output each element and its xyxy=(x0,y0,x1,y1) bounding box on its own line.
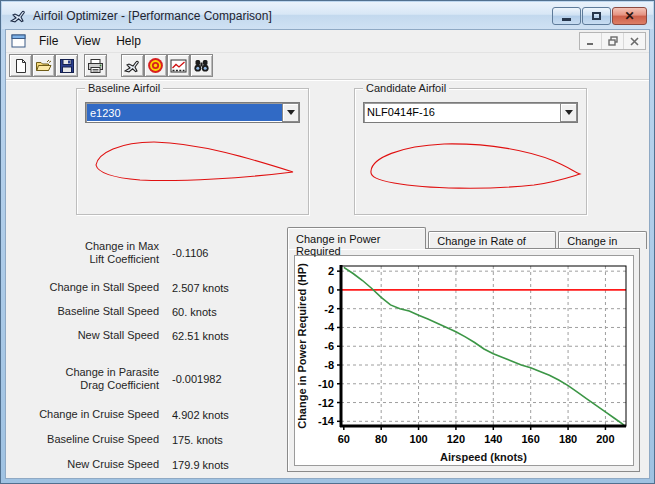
tab-change-in-drag[interactable]: Change in Drag xyxy=(558,231,647,249)
stat-row: Change in Max Lift Coefficient -0.1106 xyxy=(31,239,296,267)
stat-label: Change in Parasite Drag Coefficient xyxy=(31,366,159,392)
svg-text:120: 120 xyxy=(447,433,465,445)
svg-text:0: 0 xyxy=(328,284,334,296)
menu-view[interactable]: View xyxy=(66,31,108,51)
window-title: Airfoil Optimizer - [Performance Compari… xyxy=(33,9,272,23)
stat-row: New Stall Speed 62.51 knots xyxy=(31,329,296,342)
svg-text:Change in Power Required (HP): Change in Power Required (HP) xyxy=(296,263,308,429)
stat-value: 60. knots xyxy=(172,306,217,318)
chevron-down-icon xyxy=(287,110,295,115)
mdi-document-icon[interactable] xyxy=(11,34,27,49)
baseline-dropdown-button[interactable] xyxy=(282,103,299,122)
tab-change-in-rate-of-climb[interactable]: Change in Rate of Climb xyxy=(428,231,556,249)
baseline-group-label: Baseline Airfoil xyxy=(85,82,163,94)
stat-value: 2.507 knots xyxy=(172,282,229,294)
stat-label: Change in Stall Speed xyxy=(31,281,159,294)
stat-row: Change in Cruise Speed 4.902 knots xyxy=(31,408,296,421)
close-button[interactable]: ✕ xyxy=(612,7,647,25)
menu-bar: File View Help xyxy=(6,30,649,53)
save-file-icon xyxy=(59,58,75,74)
svg-text:-2: -2 xyxy=(324,303,334,315)
candidate-selected-value: NLF0414F-16 xyxy=(364,103,560,122)
svg-text:2: 2 xyxy=(328,265,334,277)
save-button[interactable] xyxy=(55,54,78,77)
svg-text:80: 80 xyxy=(375,433,387,445)
performance-chart-icon xyxy=(170,58,187,74)
candidate-dropdown-button[interactable] xyxy=(560,103,577,122)
power-required-tabpage: 608010012014016018020020-2-4-6-8-10-12-1… xyxy=(287,248,640,472)
baseline-selected-value: e1230 xyxy=(87,104,282,121)
open-button[interactable] xyxy=(32,54,55,77)
svg-text:160: 160 xyxy=(522,433,540,445)
svg-text:-4: -4 xyxy=(324,321,335,333)
toolbar xyxy=(6,52,649,80)
open-file-icon xyxy=(35,58,52,74)
power-chart: 608010012014016018020020-2-4-6-8-10-12-1… xyxy=(295,256,633,465)
minimize-icon xyxy=(562,18,571,21)
restore-icon xyxy=(592,12,601,20)
print-icon xyxy=(87,58,104,74)
svg-text:60: 60 xyxy=(338,433,350,445)
stat-row: Baseline Cruise Speed 175. knots xyxy=(31,433,296,446)
mdi-restore-icon xyxy=(608,36,618,46)
mdi-minimize-button[interactable] xyxy=(580,33,601,49)
print-button[interactable] xyxy=(84,54,107,77)
title-bar[interactable]: Airfoil Optimizer - [Performance Compari… xyxy=(2,2,653,29)
svg-text:-10: -10 xyxy=(318,378,334,390)
baseline-airfoil-select[interactable]: e1230 xyxy=(85,102,300,123)
svg-text:Airspeed (knots): Airspeed (knots) xyxy=(440,451,527,463)
svg-text:-12: -12 xyxy=(318,397,334,409)
target-icon xyxy=(147,57,164,74)
mdi-minimize-icon xyxy=(586,37,595,46)
candidate-group-label: Candidate Airfoil xyxy=(363,82,449,94)
stat-value: 175. knots xyxy=(172,434,223,446)
airfoil-button[interactable] xyxy=(121,54,144,77)
tab-change-in-power-required[interactable]: Change in Power Required xyxy=(287,227,426,249)
candidate-airfoil-select[interactable]: NLF0414F-16 xyxy=(363,102,578,123)
stat-label: New Stall Speed xyxy=(31,329,159,342)
stat-label: Baseline Stall Speed xyxy=(31,305,159,318)
chart-panel: 608010012014016018020020-2-4-6-8-10-12-1… xyxy=(294,255,634,466)
stat-label: Baseline Cruise Speed xyxy=(31,433,159,446)
optimize-button[interactable] xyxy=(144,54,167,77)
stat-label: Change in Cruise Speed xyxy=(31,408,159,421)
airplane-icon xyxy=(124,58,141,74)
restore-button[interactable] xyxy=(582,7,611,25)
find-button[interactable] xyxy=(190,54,213,77)
stat-value: -0.1106 xyxy=(172,247,209,259)
app-airplane-icon xyxy=(10,8,27,24)
performance-stats: Change in Max Lift Coefficient -0.1106 C… xyxy=(31,239,296,484)
svg-text:-6: -6 xyxy=(324,340,334,352)
svg-text:180: 180 xyxy=(559,433,577,445)
chevron-down-icon xyxy=(565,110,573,115)
new-document-icon xyxy=(13,58,29,74)
svg-text:-8: -8 xyxy=(324,359,334,371)
minimize-button[interactable] xyxy=(552,7,581,25)
stat-value: 62.51 knots xyxy=(172,330,229,342)
binoculars-icon xyxy=(193,58,210,74)
client-area: File View Help xyxy=(5,29,650,479)
svg-text:100: 100 xyxy=(409,433,427,445)
mdi-close-icon xyxy=(630,37,639,46)
stat-value: -0.001982 xyxy=(172,373,222,385)
menu-file[interactable]: File xyxy=(31,31,66,51)
stat-label: Change in Max Lift Coefficient xyxy=(31,240,159,266)
mdi-restore-button[interactable] xyxy=(601,33,623,49)
candidate-airfoil-group: Candidate Airfoil NLF0414F-16 xyxy=(354,88,587,215)
menu-help[interactable]: Help xyxy=(108,31,149,51)
stat-value: 179.9 knots xyxy=(172,459,229,471)
stat-value: 4.902 knots xyxy=(172,409,229,421)
baseline-airfoil-group: Baseline Airfoil e1230 xyxy=(76,88,309,215)
stat-row: Change in Parasite Drag Coefficient -0.0… xyxy=(31,365,296,393)
svg-text:140: 140 xyxy=(484,433,502,445)
stat-label: New Cruise Speed xyxy=(31,458,159,471)
svg-text:200: 200 xyxy=(596,433,614,445)
chart-tabstrip: Change in Power Required Change in Rate … xyxy=(287,227,649,249)
close-icon: ✕ xyxy=(624,10,634,22)
svg-text:-14: -14 xyxy=(318,415,335,427)
baseline-airfoil-plot xyxy=(80,129,306,213)
new-button[interactable] xyxy=(9,54,32,77)
performance-button[interactable] xyxy=(167,54,190,77)
mdi-close-button[interactable] xyxy=(623,33,645,49)
app-window: Airfoil Optimizer - [Performance Compari… xyxy=(0,0,655,484)
